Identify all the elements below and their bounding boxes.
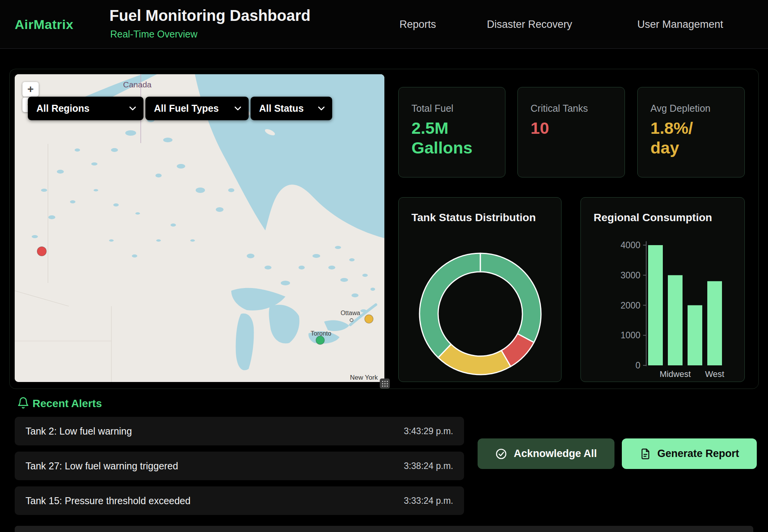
y-axis-tick-label: 3000	[621, 270, 640, 280]
regions-dropdown[interactable]: All Regions	[28, 97, 143, 120]
map-svg: Canada Ottawa Toronto New York	[15, 74, 384, 382]
file-text-icon	[640, 448, 651, 460]
acknowledge-all-label: Acknowledge All	[514, 448, 597, 460]
alert-message: Tank 15: Pressure threshold exceeded	[26, 495, 191, 506]
acknowledge-all-button[interactable]: Acknowledge All	[478, 438, 614, 469]
stat-label: Total Fuel	[411, 103, 453, 114]
stat-label: Critical Tanks	[531, 103, 588, 114]
brand-logo[interactable]: AirMatrix	[15, 17, 73, 32]
map-canvas[interactable]: Canada Ottawa Toronto New York	[15, 74, 384, 382]
y-axis-tick-label: 2000	[621, 300, 640, 310]
check-circle-icon	[495, 448, 507, 460]
capital-dot-icon	[350, 319, 353, 322]
stat-label: Avg Depletion	[650, 103, 710, 114]
stat-value: 1.8%/ day	[650, 118, 693, 157]
alert-row[interactable]: Tank 15: Pressure threshold exceeded 3:3…	[15, 486, 464, 515]
alert-message: Tank 27: Low fuel warning triggered	[26, 460, 178, 472]
bar-west	[707, 281, 722, 365]
donut-segment-warning	[438, 344, 511, 375]
bar-south	[688, 305, 702, 366]
donut-segment-normal	[480, 253, 541, 343]
chevron-down-icon	[129, 106, 137, 111]
fuel-types-dropdown-value: All Fuel Types	[154, 103, 219, 114]
bar-midwest	[668, 275, 683, 365]
y-axis-tick-label: 4000	[621, 240, 640, 250]
regional-consumption-card: Regional Consumption 01000200030004000Mi…	[580, 197, 745, 382]
generate-report-button[interactable]: Generate Report	[622, 438, 757, 469]
stat-value: 10	[531, 118, 549, 138]
alert-row[interactable]: Tank 2: Low fuel warning 3:43:29 p.m.	[15, 417, 464, 445]
chevron-down-icon	[234, 106, 242, 111]
header: AirMatrix Fuel Monitoring Dashboard Real…	[0, 0, 768, 49]
stat-card-critical-tanks: Critical Tanks 10	[517, 87, 625, 177]
alert-message: Tank 2: Low fuel warning	[26, 426, 132, 437]
stat-card-total-fuel: Total Fuel 2.5M Gallons	[398, 87, 505, 177]
stat-card-avg-depletion: Avg Depletion 1.8%/ day	[637, 87, 745, 177]
status-dropdown[interactable]: All Status	[251, 97, 332, 120]
normal-tank-marker[interactable]	[316, 336, 324, 344]
stat-value: 2.5M Gallons	[411, 118, 473, 157]
status-dropdown-value: All Status	[259, 103, 304, 114]
nav-user-management[interactable]: User Management	[637, 19, 723, 31]
regions-dropdown-value: All Regions	[36, 103, 90, 114]
drag-dots-icon[interactable]	[380, 379, 390, 389]
fuel-types-dropdown[interactable]: All Fuel Types	[145, 97, 249, 120]
x-axis-tick-label: Midwest	[660, 369, 691, 379]
donut-chart	[399, 198, 562, 382]
tank-status-distribution-card: Tank Status Distribution	[398, 197, 561, 382]
bar-northeast	[648, 245, 663, 365]
fuel-map[interactable]: Canada Ottawa Toronto New York + − All R…	[15, 74, 384, 382]
alert-timestamp: 3:43:29 p.m.	[404, 426, 453, 437]
nav-disaster-recovery[interactable]: Disaster Recovery	[487, 19, 572, 31]
map-label-country: Canada	[123, 80, 152, 89]
map-label-capital: Ottawa	[341, 310, 360, 316]
generate-report-label: Generate Report	[657, 448, 739, 460]
map-zoom-in-button[interactable]: +	[22, 82, 39, 97]
alerts-section-title: Recent Alerts	[32, 397, 102, 410]
dashboard: AirMatrix Fuel Monitoring Dashboard Real…	[0, 0, 768, 532]
chevron-down-icon	[317, 106, 325, 111]
page-title: Fuel Monitoring Dashboard	[109, 7, 311, 24]
alert-timestamp: 3:33:24 p.m.	[404, 496, 453, 506]
x-axis-tick-label: West	[705, 369, 724, 379]
bottom-scrollbar	[15, 526, 753, 532]
donut-segment-normal	[420, 253, 480, 358]
alert-timestamp: 3:38:24 p.m.	[404, 461, 453, 471]
critical-tank-marker[interactable]	[37, 247, 46, 256]
bell-icon	[17, 397, 29, 409]
y-axis-tick-label: 0	[635, 360, 640, 370]
alert-row[interactable]: Tank 27: Low fuel warning triggered 3:38…	[15, 452, 464, 480]
y-axis-tick-label: 1000	[621, 330, 640, 340]
page-subtitle: Real-Time Overview	[110, 29, 198, 40]
map-filters: All Regions All Fuel Types All Status	[28, 97, 332, 120]
warning-tank-marker[interactable]	[365, 315, 373, 323]
bar-chart: 01000200030004000MidwestWest	[581, 198, 745, 382]
map-label-bottom: New York	[350, 374, 378, 381]
nav-reports[interactable]: Reports	[399, 19, 436, 31]
